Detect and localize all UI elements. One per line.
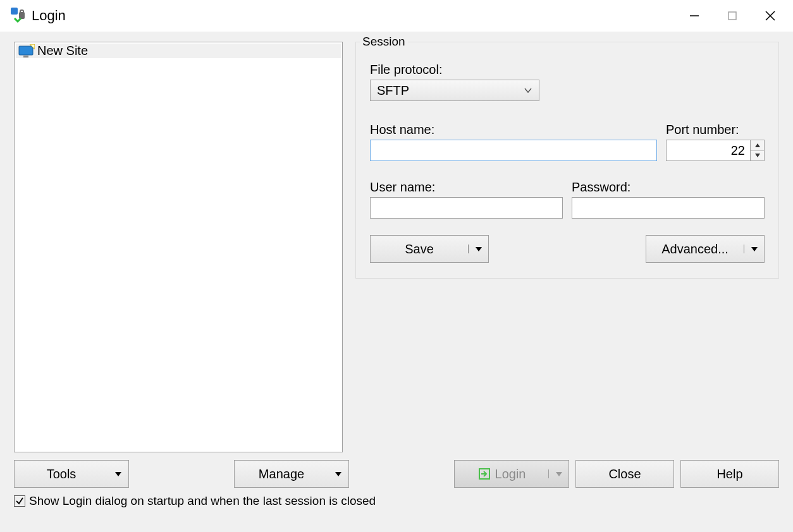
port-spinner[interactable] (751, 140, 765, 161)
protocol-select[interactable]: SFTP (370, 80, 539, 101)
svg-rect-0 (11, 8, 18, 15)
svg-rect-7 (19, 46, 33, 55)
chevron-down-icon (524, 86, 532, 95)
svg-marker-10 (755, 143, 760, 147)
manage-dropdown-icon[interactable] (328, 469, 348, 478)
host-input[interactable] (370, 140, 657, 161)
startup-checkbox[interactable] (14, 495, 25, 507)
protocol-value: SFTP (377, 83, 409, 98)
username-label: User name: (370, 180, 563, 195)
port-input[interactable] (666, 140, 751, 161)
help-button-label: Help (716, 467, 742, 481)
svg-marker-17 (556, 472, 562, 476)
svg-rect-2 (20, 10, 23, 13)
close-window-button[interactable] (751, 1, 789, 30)
svg-marker-15 (335, 472, 341, 476)
login-icon (477, 467, 491, 481)
site-item-label: New Site (37, 44, 88, 58)
session-groupbox: Session File protocol: SFTP Host name: (355, 42, 779, 279)
manage-button-label: Manage (235, 467, 328, 481)
advanced-button[interactable]: Advanced... (646, 235, 765, 263)
tools-dropdown-icon[interactable] (108, 469, 128, 478)
svg-rect-8 (23, 56, 28, 57)
window-title: Login (32, 8, 66, 24)
login-dropdown[interactable] (548, 469, 569, 478)
startup-checkbox-row[interactable]: Show Login dialog on startup and when th… (14, 494, 779, 508)
app-icon (10, 7, 28, 25)
manage-button[interactable]: Manage (234, 460, 349, 488)
username-input[interactable] (370, 197, 563, 219)
protocol-label: File protocol: (370, 63, 765, 77)
close-button-label: Close (608, 467, 641, 481)
tools-button-label: Tools (15, 467, 108, 481)
login-button[interactable]: Login (454, 460, 569, 488)
svg-marker-12 (476, 247, 482, 251)
startup-checkbox-label: Show Login dialog on startup and when th… (29, 494, 376, 508)
save-button[interactable]: Save (370, 235, 489, 263)
spinner-up-icon[interactable] (751, 140, 764, 151)
svg-marker-13 (751, 247, 758, 251)
monitor-icon (18, 44, 35, 58)
tools-button[interactable]: Tools (14, 460, 129, 488)
session-legend: Session (360, 35, 408, 49)
login-button-label: Login (455, 467, 548, 481)
port-label: Port number: (666, 123, 765, 137)
close-button[interactable]: Close (575, 460, 674, 488)
password-label: Password: (572, 180, 765, 195)
svg-marker-14 (115, 472, 121, 476)
password-input[interactable] (572, 197, 765, 219)
save-button-label: Save (371, 242, 468, 257)
svg-marker-11 (755, 154, 760, 157)
site-list[interactable]: New Site (14, 42, 343, 452)
advanced-dropdown[interactable] (744, 245, 764, 253)
site-item-new-site[interactable]: New Site (16, 44, 341, 58)
host-label: Host name: (370, 123, 657, 137)
svg-rect-4 (728, 12, 736, 20)
help-button[interactable]: Help (680, 460, 779, 488)
minimize-button[interactable] (675, 1, 713, 30)
maximize-button[interactable] (713, 1, 751, 30)
title-bar: Login (0, 0, 793, 32)
advanced-button-label: Advanced... (646, 242, 744, 257)
spinner-down-icon[interactable] (751, 151, 764, 161)
save-dropdown[interactable] (468, 245, 488, 253)
